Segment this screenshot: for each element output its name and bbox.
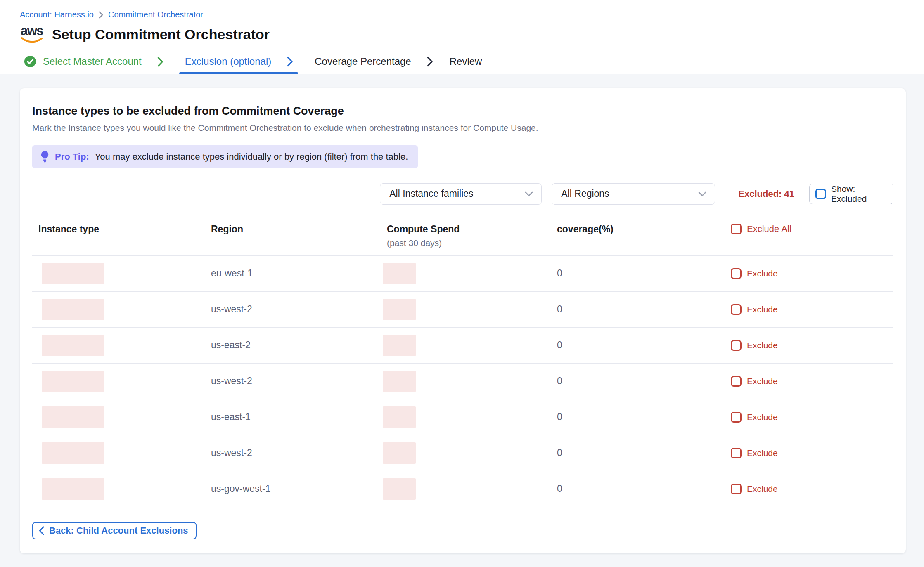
exclude-control: Exclude (731, 412, 893, 423)
pro-tip-text: You may exclude instance types individua… (95, 151, 408, 162)
header-compute-spend-main: Compute Spend (387, 224, 557, 235)
header-region: Region (211, 224, 387, 235)
chevron-left-icon (39, 526, 44, 535)
breadcrumb-account-link[interactable]: Account: Harness.io (20, 10, 94, 19)
redacted-compute-spend (383, 406, 416, 428)
compute-spend-cell (387, 442, 557, 464)
chevron-right-icon (287, 57, 293, 67)
exclude-label: Exclude (747, 448, 778, 458)
vertical-divider (723, 186, 723, 202)
aws-logo: aws (20, 25, 44, 44)
step-review[interactable]: Review (450, 50, 482, 74)
chevron-right-icon (157, 57, 163, 67)
show-excluded-label: Show: Excluded (831, 184, 887, 204)
step-label: Select Master Account (43, 56, 142, 67)
step-coverage-percentage[interactable]: Coverage Percentage (315, 50, 433, 74)
table-header-row: Instance type Region Compute Spend (past… (32, 221, 893, 256)
instance-type-cell (32, 371, 211, 392)
region-cell: us-west-2 (211, 376, 387, 387)
step-label: Review (450, 56, 482, 67)
regions-value: All Regions (561, 188, 609, 199)
exclude-label: Exclude (747, 484, 778, 494)
exclude-control: Exclude (731, 268, 893, 279)
back-button[interactable]: Back: Child Account Exclusions (32, 522, 197, 539)
page-header: Account: Harness.io Commitment Orchestra… (0, 0, 924, 74)
table-row: us-west-2 0 Exclude (32, 435, 893, 471)
check-circle-icon (24, 55, 36, 68)
step-select-master-account[interactable]: Select Master Account (24, 50, 142, 74)
show-excluded-toggle[interactable]: Show: Excluded (809, 184, 893, 204)
compute-spend-cell (387, 335, 557, 356)
exclude-checkbox[interactable] (731, 376, 742, 387)
coverage-cell: 0 (557, 376, 731, 387)
coverage-cell: 0 (557, 411, 731, 423)
instance-type-cell (32, 335, 211, 356)
region-cell: us-west-2 (211, 304, 387, 315)
chevron-down-icon (698, 191, 706, 196)
filters-row: All Instance families All Regions Exclud… (32, 183, 893, 205)
coverage-cell: 0 (557, 268, 731, 279)
region-cell: eu-west-1 (211, 268, 387, 279)
compute-spend-cell (387, 299, 557, 320)
exclude-all-checkbox[interactable] (731, 224, 742, 234)
exclude-label: Exclude (747, 376, 778, 386)
step-label: Exclusion (optional) (185, 56, 271, 67)
exclude-all-control: Exclude All (731, 224, 893, 234)
exclude-checkbox[interactable] (731, 448, 742, 458)
exclude-checkbox[interactable] (731, 484, 742, 494)
exclude-all-label: Exclude All (747, 224, 791, 234)
region-cell: us-east-2 (211, 340, 387, 351)
exclude-checkbox[interactable] (731, 304, 742, 315)
redacted-instance-type (42, 299, 104, 320)
aws-logo-text: aws (21, 25, 43, 37)
exclude-checkbox[interactable] (731, 268, 742, 279)
exclusion-panel: Instance types to be excluded from Commi… (20, 88, 906, 553)
header-instance-type: Instance type (32, 224, 211, 235)
coverage-cell: 0 (557, 304, 731, 315)
page-title: Setup Commitment Orchestrator (52, 26, 270, 43)
show-excluded-checkbox[interactable] (815, 189, 826, 199)
instance-families-select[interactable]: All Instance families (380, 183, 542, 205)
chevron-down-icon (525, 191, 533, 196)
step-label: Coverage Percentage (315, 56, 411, 67)
step-exclusion[interactable]: Exclusion (optional) (179, 50, 298, 74)
header-compute-spend: Compute Spend (past 30 days) (387, 224, 557, 248)
breadcrumb-page-link[interactable]: Commitment Orchestrator (108, 10, 203, 19)
redacted-instance-type (42, 406, 104, 428)
exclude-control: Exclude (731, 304, 893, 315)
main-content: Instance types to be excluded from Commi… (0, 74, 924, 567)
redacted-compute-spend (383, 263, 416, 284)
compute-spend-cell (387, 263, 557, 284)
exclude-control: Exclude (731, 376, 893, 387)
exclude-label: Exclude (747, 305, 778, 314)
exclude-control: Exclude (731, 448, 893, 458)
compute-spend-cell (387, 478, 557, 500)
exclude-label: Exclude (747, 269, 778, 279)
regions-select[interactable]: All Regions (552, 183, 715, 205)
redacted-instance-type (42, 371, 104, 392)
table-row: us-west-2 0 Exclude (32, 364, 893, 399)
redacted-compute-spend (383, 371, 416, 392)
exclude-checkbox[interactable] (731, 340, 742, 351)
back-button-label: Back: Child Account Exclusions (49, 525, 188, 536)
compute-spend-cell (387, 371, 557, 392)
instance-types-table: Instance type Region Compute Spend (past… (32, 221, 893, 507)
region-cell: us-gov-west-1 (211, 483, 387, 494)
section-heading: Instance types to be excluded from Commi… (32, 105, 893, 118)
exclude-control: Exclude (731, 340, 893, 351)
aws-smile-icon (21, 37, 43, 44)
exclude-label: Exclude (747, 340, 778, 350)
excluded-count-badge: Excluded: 41 (738, 189, 794, 199)
table-row: us-east-1 0 Exclude (32, 399, 893, 435)
table-body: eu-west-1 0 Exclude us-west-2 (32, 256, 893, 507)
instance-type-cell (32, 478, 211, 500)
redacted-instance-type (42, 335, 104, 356)
instance-type-cell (32, 406, 211, 428)
region-cell: us-west-2 (211, 447, 387, 458)
exclude-checkbox[interactable] (731, 412, 742, 423)
coverage-cell: 0 (557, 447, 731, 458)
table-row: eu-west-1 0 Exclude (32, 256, 893, 292)
redacted-compute-spend (383, 335, 416, 356)
compute-spend-cell (387, 406, 557, 428)
redacted-instance-type (42, 263, 104, 284)
